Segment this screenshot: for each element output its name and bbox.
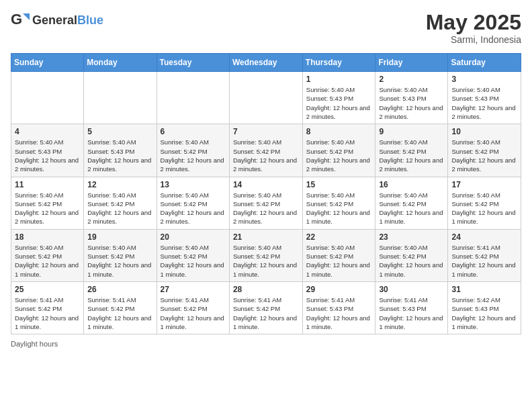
day-number: 31: [451, 285, 517, 294]
calendar-cell: [11, 72, 84, 124]
calendar-cell: 22Sunrise: 5:40 AM Sunset: 5:42 PM Dayli…: [302, 229, 375, 281]
location-title: Sarmi, Indonesia: [426, 34, 521, 45]
day-number: 14: [233, 180, 299, 189]
calendar-cell: 17Sunrise: 5:40 AM Sunset: 5:42 PM Dayli…: [448, 177, 521, 229]
calendar-cell: 15Sunrise: 5:40 AM Sunset: 5:42 PM Dayli…: [302, 177, 375, 229]
day-info: Sunrise: 5:40 AM Sunset: 5:42 PM Dayligh…: [15, 243, 80, 279]
day-info: Sunrise: 5:40 AM Sunset: 5:42 PM Dayligh…: [233, 243, 299, 279]
calendar-week-row: 18Sunrise: 5:40 AM Sunset: 5:42 PM Dayli…: [11, 229, 521, 281]
day-number: 18: [15, 232, 80, 242]
calendar-cell: 18Sunrise: 5:40 AM Sunset: 5:42 PM Dayli…: [11, 229, 84, 281]
calendar-header-friday: Friday: [375, 54, 448, 72]
day-info: Sunrise: 5:40 AM Sunset: 5:42 PM Dayligh…: [87, 243, 152, 279]
calendar-cell: 23Sunrise: 5:40 AM Sunset: 5:42 PM Dayli…: [375, 229, 448, 281]
calendar-cell: 4Sunrise: 5:40 AM Sunset: 5:43 PM Daylig…: [11, 124, 84, 177]
day-number: 11: [15, 180, 80, 189]
svg-marker-1: [23, 13, 30, 20]
calendar-cell: 9Sunrise: 5:40 AM Sunset: 5:42 PM Daylig…: [375, 124, 448, 177]
calendar-cell: 7Sunrise: 5:40 AM Sunset: 5:42 PM Daylig…: [229, 124, 302, 177]
calendar-cell: 12Sunrise: 5:40 AM Sunset: 5:42 PM Dayli…: [84, 177, 157, 229]
day-info: Sunrise: 5:40 AM Sunset: 5:42 PM Dayligh…: [306, 191, 372, 226]
day-info: Sunrise: 5:40 AM Sunset: 5:42 PM Dayligh…: [451, 138, 517, 173]
day-number: 3: [451, 75, 517, 84]
calendar-cell: [157, 72, 229, 124]
calendar-cell: [229, 72, 302, 124]
day-number: 5: [87, 127, 152, 136]
day-info: Sunrise: 5:40 AM Sunset: 5:42 PM Dayligh…: [233, 138, 299, 173]
day-number: 4: [15, 127, 80, 136]
page-header: G GeneralBlue May 2025 Sarmi, Indonesia: [11, 11, 521, 45]
day-info: Sunrise: 5:40 AM Sunset: 5:43 PM Dayligh…: [306, 85, 372, 121]
day-info: Sunrise: 5:40 AM Sunset: 5:42 PM Dayligh…: [161, 191, 226, 226]
day-info: Sunrise: 5:41 AM Sunset: 5:42 PM Dayligh…: [15, 295, 80, 331]
day-info: Sunrise: 5:40 AM Sunset: 5:42 PM Dayligh…: [451, 191, 517, 226]
month-title: May 2025: [426, 11, 521, 34]
day-number: 24: [451, 232, 517, 242]
calendar-cell: 29Sunrise: 5:41 AM Sunset: 5:43 PM Dayli…: [302, 281, 375, 334]
day-number: 9: [379, 127, 444, 136]
day-info: Sunrise: 5:40 AM Sunset: 5:42 PM Dayligh…: [161, 138, 226, 173]
calendar-header-row: SundayMondayTuesdayWednesdayThursdayFrid…: [11, 54, 521, 72]
calendar-cell: 11Sunrise: 5:40 AM Sunset: 5:42 PM Dayli…: [11, 177, 84, 229]
calendar-cell: 27Sunrise: 5:41 AM Sunset: 5:42 PM Dayli…: [157, 281, 229, 334]
day-number: 17: [451, 180, 517, 189]
calendar-week-row: 1Sunrise: 5:40 AM Sunset: 5:43 PM Daylig…: [11, 72, 521, 124]
day-number: 6: [161, 127, 226, 136]
calendar-week-row: 25Sunrise: 5:41 AM Sunset: 5:42 PM Dayli…: [11, 281, 521, 334]
calendar-week-row: 4Sunrise: 5:40 AM Sunset: 5:43 PM Daylig…: [11, 124, 521, 177]
day-info: Sunrise: 5:41 AM Sunset: 5:43 PM Dayligh…: [379, 295, 444, 331]
day-info: Sunrise: 5:40 AM Sunset: 5:42 PM Dayligh…: [379, 138, 444, 173]
day-info: Sunrise: 5:40 AM Sunset: 5:42 PM Dayligh…: [379, 243, 444, 279]
calendar-cell: 1Sunrise: 5:40 AM Sunset: 5:43 PM Daylig…: [302, 72, 375, 124]
day-number: 20: [161, 232, 226, 242]
day-number: 7: [233, 127, 299, 136]
calendar-cell: 20Sunrise: 5:40 AM Sunset: 5:42 PM Dayli…: [157, 229, 229, 281]
day-info: Sunrise: 5:40 AM Sunset: 5:42 PM Dayligh…: [233, 191, 299, 226]
logo: G GeneralBlue: [11, 11, 103, 30]
calendar-header-saturday: Saturday: [448, 54, 521, 72]
day-number: 28: [233, 285, 299, 294]
day-info: Sunrise: 5:40 AM Sunset: 5:43 PM Dayligh…: [87, 138, 152, 173]
calendar-cell: 28Sunrise: 5:41 AM Sunset: 5:42 PM Dayli…: [229, 281, 302, 334]
logo-text-blue: Blue: [77, 13, 103, 27]
day-info: Sunrise: 5:41 AM Sunset: 5:42 PM Dayligh…: [451, 243, 517, 279]
calendar-cell: 21Sunrise: 5:40 AM Sunset: 5:42 PM Dayli…: [229, 229, 302, 281]
calendar-header-monday: Monday: [84, 54, 157, 72]
calendar-header-tuesday: Tuesday: [157, 54, 229, 72]
calendar-cell: 3Sunrise: 5:40 AM Sunset: 5:43 PM Daylig…: [448, 72, 521, 124]
calendar-cell: [84, 72, 157, 124]
day-number: 8: [306, 127, 372, 136]
calendar-cell: 19Sunrise: 5:40 AM Sunset: 5:42 PM Dayli…: [84, 229, 157, 281]
calendar-cell: 26Sunrise: 5:41 AM Sunset: 5:42 PM Dayli…: [84, 281, 157, 334]
day-info: Sunrise: 5:42 AM Sunset: 5:43 PM Dayligh…: [451, 295, 517, 331]
day-number: 27: [161, 285, 226, 294]
calendar-cell: 5Sunrise: 5:40 AM Sunset: 5:43 PM Daylig…: [84, 124, 157, 177]
calendar-week-row: 11Sunrise: 5:40 AM Sunset: 5:42 PM Dayli…: [11, 177, 521, 229]
day-number: 10: [451, 127, 517, 136]
calendar-cell: 31Sunrise: 5:42 AM Sunset: 5:43 PM Dayli…: [448, 281, 521, 334]
calendar-cell: 6Sunrise: 5:40 AM Sunset: 5:42 PM Daylig…: [157, 124, 229, 177]
day-info: Sunrise: 5:41 AM Sunset: 5:42 PM Dayligh…: [161, 295, 226, 331]
day-info: Sunrise: 5:41 AM Sunset: 5:43 PM Dayligh…: [306, 295, 372, 331]
calendar-header-thursday: Thursday: [302, 54, 375, 72]
day-info: Sunrise: 5:40 AM Sunset: 5:42 PM Dayligh…: [379, 191, 444, 226]
day-info: Sunrise: 5:40 AM Sunset: 5:42 PM Dayligh…: [306, 243, 372, 279]
day-info: Sunrise: 5:40 AM Sunset: 5:42 PM Dayligh…: [15, 191, 80, 226]
day-number: 1: [306, 75, 372, 84]
calendar-cell: 14Sunrise: 5:40 AM Sunset: 5:42 PM Dayli…: [229, 177, 302, 229]
calendar-cell: 24Sunrise: 5:41 AM Sunset: 5:42 PM Dayli…: [448, 229, 521, 281]
day-number: 23: [379, 232, 444, 242]
calendar-cell: 13Sunrise: 5:40 AM Sunset: 5:42 PM Dayli…: [157, 177, 229, 229]
day-number: 12: [87, 180, 152, 189]
day-info: Sunrise: 5:41 AM Sunset: 5:42 PM Dayligh…: [233, 295, 299, 331]
day-number: 13: [161, 180, 226, 189]
calendar-table: SundayMondayTuesdayWednesdayThursdayFrid…: [11, 53, 521, 334]
svg-text:G: G: [11, 11, 22, 28]
calendar-cell: 2Sunrise: 5:40 AM Sunset: 5:43 PM Daylig…: [375, 72, 448, 124]
day-info: Sunrise: 5:40 AM Sunset: 5:43 PM Dayligh…: [451, 85, 517, 121]
day-info: Sunrise: 5:40 AM Sunset: 5:42 PM Dayligh…: [87, 191, 152, 226]
day-number: 15: [306, 180, 372, 189]
day-number: 2: [379, 75, 444, 84]
day-number: 30: [379, 285, 444, 294]
day-info: Sunrise: 5:40 AM Sunset: 5:43 PM Dayligh…: [15, 138, 80, 173]
